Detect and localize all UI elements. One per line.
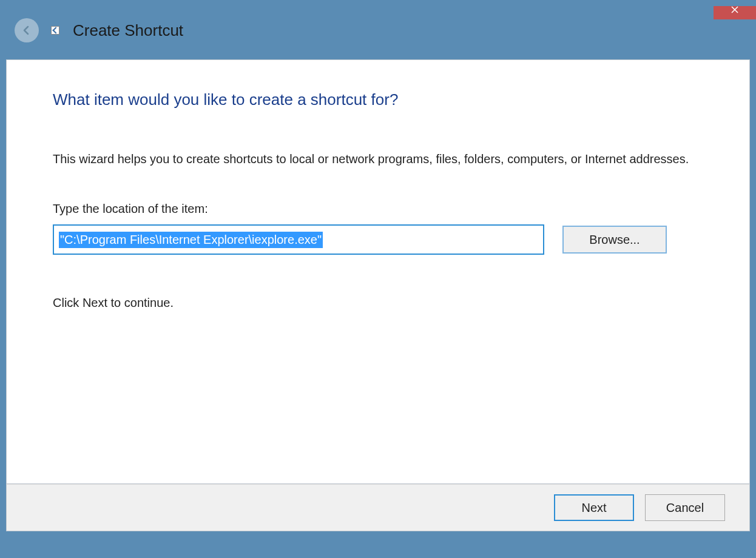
location-input[interactable]: "C:\Program Files\Internet Explorer\iexp… — [53, 224, 544, 255]
back-button — [15, 18, 39, 42]
window-title: Create Shortcut — [73, 21, 183, 40]
wizard-footer: Next Cancel — [6, 484, 750, 531]
location-input-text: "C:\Program Files\Internet Explorer\iexp… — [59, 232, 323, 248]
browse-button[interactable]: Browse... — [562, 226, 667, 254]
location-row: "C:\Program Files\Internet Explorer\iexp… — [53, 224, 706, 255]
titlebar — [0, 0, 756, 6]
location-label: Type the location of the item: — [53, 202, 706, 216]
wizard-description: This wizard helps you to create shortcut… — [53, 150, 696, 168]
page-heading: What item would you like to create a sho… — [53, 90, 706, 109]
close-icon — [731, 5, 739, 14]
continue-hint: Click Next to continue. — [53, 296, 706, 310]
shortcut-icon — [51, 26, 59, 35]
wizard-header: Create Shortcut — [0, 6, 756, 59]
next-button[interactable]: Next — [554, 494, 634, 521]
cancel-button[interactable]: Cancel — [645, 494, 725, 521]
content-panel: What item would you like to create a sho… — [6, 59, 750, 484]
back-arrow-icon — [21, 24, 33, 36]
